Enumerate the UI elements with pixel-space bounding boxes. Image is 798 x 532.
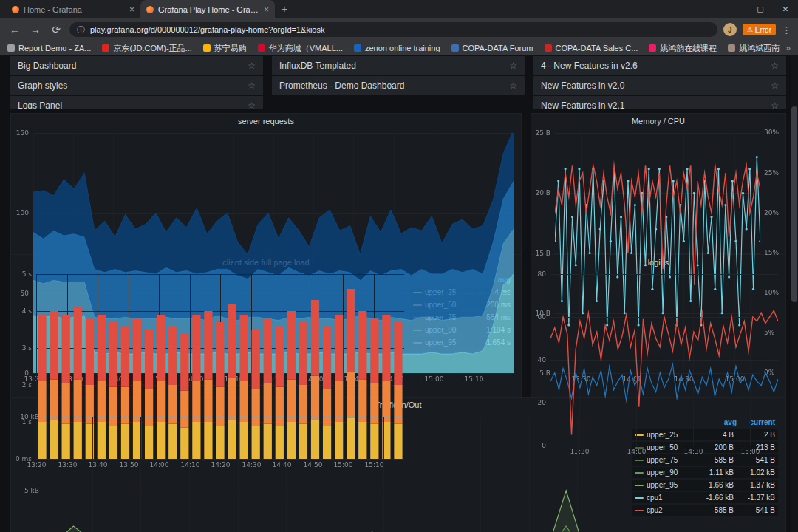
star-icon[interactable]: ☆: [248, 61, 256, 71]
bookmark[interactable]: COPA-DATA Forum: [451, 44, 533, 52]
bookmark-favicon: [102, 44, 109, 52]
back-button[interactable]: ←: [7, 24, 22, 35]
legend-avg-value: 1.11 kB: [695, 468, 734, 477]
dashboard-list-item[interactable]: New Features in v2.1 ☆: [533, 96, 786, 109]
bookmark-favicon: [728, 44, 735, 52]
legend-table-row[interactable]: upper_75 585 B 541 B: [632, 454, 778, 466]
bookmark-favicon: [354, 44, 361, 52]
reload-button[interactable]: ⟳: [49, 24, 64, 35]
tab-close-icon[interactable]: ×: [129, 5, 134, 14]
window-controls: — ▢ ✕: [723, 0, 798, 18]
legend-current-value: 1.37 kB: [737, 481, 775, 489]
traffic-chart[interactable]: [11, 412, 632, 532]
star-icon[interactable]: ☆: [248, 100, 256, 110]
warning-icon: ⚠: [747, 26, 753, 33]
chart-area: [11, 412, 632, 532]
window-close-button[interactable]: ✕: [773, 0, 798, 18]
dashboard-list-item[interactable]: Logs Panel ☆: [10, 96, 263, 109]
browser-menu-icon[interactable]: ⋮: [782, 24, 791, 35]
browser-window: Home - Grafana × Grafana Play Home - Gra…: [0, 0, 798, 532]
legend-table-row[interactable]: upper_95 1.66 kB 1.37 kB: [632, 480, 778, 491]
window-maximize-button[interactable]: ▢: [748, 0, 773, 18]
bookmark[interactable]: Report Demo - ZA...: [7, 44, 91, 52]
dashboard-list-item[interactable]: Big Dashboard ☆: [10, 56, 263, 75]
dashboard-list-item-title: Logs Panel: [18, 100, 248, 110]
tab-home[interactable]: Home - Grafana ×: [6, 0, 140, 18]
legend-series-name: cpu1: [647, 494, 692, 502]
bookmarks-overflow-chevron[interactable]: »: [780, 43, 791, 53]
bookmark[interactable]: 华为商城（VMALL...: [258, 43, 343, 54]
dashboard-list-item[interactable]: Graph styles ☆: [10, 76, 263, 95]
dashboard-list-item-title: Big Dashboard: [18, 61, 248, 71]
bookmark[interactable]: 京东(JD.COM)-正品...: [102, 43, 191, 54]
bookmark[interactable]: zenon online training: [354, 44, 440, 52]
window-minimize-button[interactable]: —: [723, 0, 748, 18]
legend-avg-value: 1.66 kB: [695, 481, 734, 489]
bookmark-favicon: [258, 44, 265, 52]
star-icon[interactable]: ☆: [248, 81, 256, 91]
panel-title[interactable]: Memory / CPU: [531, 114, 785, 129]
browser-toolbar: ← → ⟳ ⓘ play.grafana.org/d/000000012/gra…: [0, 18, 798, 41]
star-icon[interactable]: ☆: [771, 100, 779, 110]
dashboard-list-item[interactable]: New Features in v2.0 ☆: [533, 76, 786, 95]
dashboard-list-column: Big Dashboard ☆ Graph styles ☆ Logs Pane…: [10, 56, 263, 109]
bookmark-label: COPA-DATA Sales C...: [556, 44, 638, 52]
dashboard-list-item[interactable]: InfluxDB Templated ☆: [272, 56, 525, 75]
dashboard-lists-row: Big Dashboard ☆ Graph styles ☆ Logs Pane…: [10, 56, 786, 109]
legend-color-marker: [635, 472, 644, 474]
legend-avg-value: -585 B: [695, 506, 734, 514]
dashboard-list-column: InfluxDB Templated ☆ Prometheus - Demo D…: [272, 56, 525, 109]
dashboard-list-column: 4 - New Features in v2.6 ☆ New Features …: [533, 56, 786, 109]
tab-title: Home - Grafana: [24, 5, 125, 14]
tab-close-icon[interactable]: ×: [264, 5, 269, 14]
legend-table-row[interactable]: upper_90 1.11 kB 1.02 kB: [632, 467, 778, 478]
error-badge-label: Error: [755, 26, 771, 34]
dashboard-list-item-title: New Features in v2.0: [541, 81, 771, 91]
legend-current-value: 1.02 kB: [737, 468, 775, 477]
legend-current-value: -541 B: [737, 506, 775, 514]
dashboard-list-item-title: 4 - New Features in v2.6: [541, 61, 771, 71]
bookmark[interactable]: 姚鸿韵在线课程: [649, 43, 717, 54]
legend-color-marker: [635, 497, 644, 499]
scrollbar-track[interactable]: [791, 55, 798, 532]
bookmark[interactable]: COPA-DATA Sales C...: [545, 44, 638, 52]
legend-color-marker: [635, 460, 644, 461]
star-icon[interactable]: ☆: [509, 81, 517, 91]
new-tab-button[interactable]: +: [275, 0, 294, 18]
bookmark[interactable]: 姚鸿斌西南高中在线: [728, 43, 780, 54]
legend-avg-value: -1.66 kB: [695, 494, 734, 502]
bookmark-favicon: [545, 44, 552, 52]
dashboard-list-item-title: New Features in v2.1: [541, 100, 771, 110]
star-icon[interactable]: ☆: [509, 61, 517, 71]
tab-title: Grafana Play Home - Grafana: [158, 5, 259, 14]
dashboard-list-item-title: Graph styles: [18, 81, 248, 91]
dashboard-viewport: Big Dashboard ☆ Graph styles ☆ Logs Pane…: [0, 55, 798, 532]
bookmark[interactable]: 苏宁易购: [203, 43, 247, 54]
forward-button[interactable]: →: [28, 24, 43, 35]
legend-avg-value: 585 B: [695, 456, 734, 464]
profile-avatar[interactable]: J: [723, 23, 737, 36]
dashboard-list-item[interactable]: 4 - New Features in v2.6 ☆: [533, 56, 786, 75]
dashboard-list-item[interactable]: Prometheus - Demo Dashboard ☆: [272, 76, 525, 95]
bookmark-favicon: [649, 44, 656, 52]
legend-color-marker: [635, 510, 644, 511]
bookmark-label: COPA-DATA Forum: [463, 44, 533, 52]
address-bar[interactable]: ⓘ play.grafana.org/d/000000012/grafana-p…: [69, 22, 717, 37]
star-icon[interactable]: ☆: [771, 61, 779, 71]
bookmark-label: Report Demo - ZA...: [18, 44, 91, 52]
bookmarks-list: Report Demo - ZA... 京东(JD.COM)-正品... 苏宁易…: [7, 43, 780, 54]
error-badge[interactable]: ⚠ Error: [743, 24, 776, 35]
scrollbar-thumb[interactable]: [791, 106, 797, 302]
panel-title[interactable]: server requests: [11, 114, 521, 129]
tab-grafana-play-home[interactable]: Grafana Play Home - Grafana ×: [140, 0, 275, 18]
star-icon[interactable]: ☆: [771, 81, 779, 91]
legend-current-value: -1.37 kB: [737, 494, 775, 502]
legend-current-value: 541 B: [737, 456, 775, 464]
legend-table-row[interactable]: cpu2 -585 B -541 B: [632, 505, 778, 516]
bookmark-label: 苏宁易购: [214, 43, 247, 54]
legend-table-row[interactable]: cpu1 -1.66 kB -1.37 kB: [632, 492, 778, 503]
bookmark-label: 京东(JD.COM)-正品...: [113, 43, 191, 54]
bookmark-favicon: [451, 44, 459, 52]
page-info-icon[interactable]: ⓘ: [77, 24, 85, 35]
dashboard-list-item-title: Prometheus - Demo Dashboard: [279, 81, 509, 91]
